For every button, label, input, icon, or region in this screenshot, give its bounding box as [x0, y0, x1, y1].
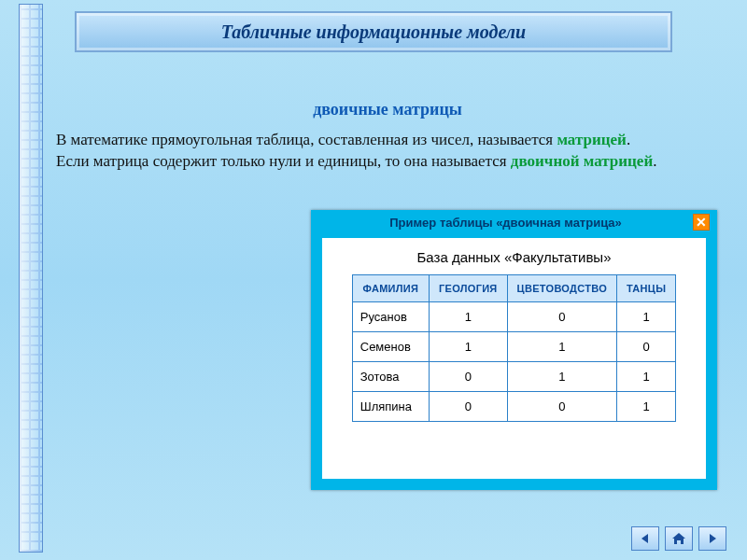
table-row: Шляпина 0 0 1: [352, 392, 676, 422]
cell-val: 1: [507, 332, 616, 362]
paragraph-1: В математике прямоугольная таблица, сост…: [56, 130, 719, 151]
cell-name: Русанов: [352, 302, 429, 332]
cell-val: 0: [430, 392, 508, 422]
content-area: двоичные матрицы В математике прямоуголь…: [56, 98, 719, 173]
close-icon: ✕: [696, 215, 707, 230]
arrow-right-icon: [706, 532, 719, 545]
popup-title: Пример таблицы «двоичная матрица»: [318, 216, 693, 230]
col-header: ФАМИЛИЯ: [352, 275, 429, 302]
cell-val: 1: [430, 332, 508, 362]
cell-val: 1: [617, 392, 676, 422]
p1-pre: В математике прямоугольная таблица, сост…: [56, 131, 557, 148]
subheading: двоичные матрицы: [56, 98, 719, 120]
p1-post: .: [627, 131, 630, 148]
popup-header: Пример таблицы «двоичная матрица» ✕: [311, 210, 717, 236]
popup-body: База данных «Факультативы» ФАМИЛИЯ ГЕОЛО…: [322, 238, 706, 479]
prev-button[interactable]: [631, 526, 659, 551]
col-header: ТАНЦЫ: [617, 275, 676, 302]
cell-val: 1: [617, 302, 676, 332]
cell-name: Шляпина: [352, 392, 429, 422]
example-popup: Пример таблицы «двоичная матрица» ✕ База…: [311, 210, 717, 490]
page-title: Табличные информационные модели: [221, 21, 526, 43]
cell-name: Зотова: [352, 362, 429, 392]
cell-val: 1: [617, 362, 676, 392]
table-header-row: ФАМИЛИЯ ГЕОЛОГИЯ ЦВЕТОВОДСТВО ТАНЦЫ: [352, 275, 676, 302]
page-title-banner: Табличные информационные модели: [75, 11, 672, 52]
cell-val: 1: [507, 362, 616, 392]
table-row: Русанов 1 0 1: [352, 302, 676, 332]
close-button[interactable]: ✕: [693, 214, 710, 231]
nav-controls: [631, 526, 726, 551]
col-header: ЦВЕТОВОДСТВО: [507, 275, 616, 302]
home-icon: [671, 532, 686, 545]
table-row: Зотова 0 1 1: [352, 362, 676, 392]
home-button[interactable]: [665, 526, 693, 551]
cell-val: 0: [617, 332, 676, 362]
decorative-sidebar: [19, 4, 43, 553]
table-caption: База данных «Факультативы»: [322, 244, 706, 274]
svg-marker-0: [641, 534, 648, 543]
cell-name: Семенов: [352, 332, 429, 362]
cell-val: 0: [507, 302, 616, 332]
cell-val: 0: [507, 392, 616, 422]
p2-highlight: двоичной матрицей: [511, 152, 653, 170]
table-row: Семенов 1 1 0: [352, 332, 676, 362]
cell-val: 1: [430, 302, 508, 332]
cell-val: 0: [430, 362, 508, 392]
p2-post: .: [653, 152, 656, 170]
svg-marker-2: [710, 534, 716, 543]
p1-highlight: матрицей: [557, 131, 626, 148]
p2-pre: Если матрица содержит только нули и един…: [56, 152, 511, 170]
paragraph-2: Если матрица содержит только нули и един…: [56, 151, 719, 173]
svg-marker-1: [672, 533, 685, 544]
col-header: ГЕОЛОГИЯ: [430, 275, 508, 302]
binary-matrix-table: ФАМИЛИЯ ГЕОЛОГИЯ ЦВЕТОВОДСТВО ТАНЦЫ Руса…: [352, 274, 677, 422]
next-button[interactable]: [698, 526, 726, 551]
arrow-left-icon: [639, 532, 652, 545]
